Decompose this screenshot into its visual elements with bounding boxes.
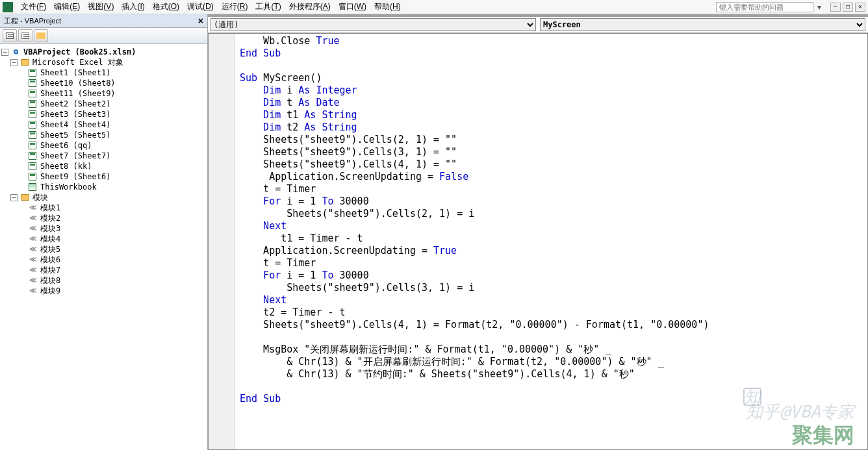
menubar: 文件(F)编辑(E)视图(V)插入(I)格式(O)调试(D)运行(R)工具(T)… <box>0 0 868 14</box>
menu-r[interactable]: 运行(R) <box>218 0 252 14</box>
module-icon: ≪ <box>27 255 38 264</box>
menu-w[interactable]: 窗口(W) <box>335 0 370 14</box>
help-dropdown-icon[interactable]: ▾ <box>817 3 821 12</box>
module-icon: ≪ <box>27 286 38 295</box>
tree-item[interactable]: Sheet2 (Sheet2) <box>39 99 112 109</box>
worksheet-icon <box>27 79 38 88</box>
project-toolbar <box>0 28 207 44</box>
watermark-site: 聚集网 <box>792 429 854 442</box>
menu-e[interactable]: 编辑(E) <box>50 0 84 14</box>
tree-item[interactable]: Sheet3 (Sheet3) <box>39 109 112 119</box>
vbaproject-icon: ⧉ <box>10 47 21 56</box>
tree-item[interactable]: 模块4 <box>39 234 62 244</box>
tree-item[interactable]: 模块2 <box>39 213 62 223</box>
toggle-folders-button[interactable] <box>34 29 48 42</box>
tree-item[interactable]: 模块1 <box>39 203 62 213</box>
module-icon: ≪ <box>27 224 38 233</box>
help-search-input[interactable] <box>716 2 813 12</box>
tree-item[interactable]: 模块9 <box>39 286 62 296</box>
expand-toggle[interactable]: − <box>10 194 18 201</box>
tree-item[interactable]: ThisWorkbook <box>39 182 98 192</box>
tree-item[interactable]: 模块7 <box>39 265 62 275</box>
menu-d[interactable]: 调试(D) <box>183 0 218 14</box>
code-editor[interactable]: Wb.Close True End Sub Sub MyScreen() Dim… <box>235 34 867 449</box>
worksheet-icon <box>27 68 38 77</box>
module-icon: ≪ <box>27 203 38 212</box>
tree-item[interactable]: Sheet11 (Sheet9) <box>39 88 117 99</box>
tree-item[interactable]: Sheet10 (Sheet8) <box>39 78 117 88</box>
tree-item[interactable]: Sheet5 (Sheet5) <box>39 130 112 140</box>
tree-item[interactable]: 模块8 <box>39 275 62 286</box>
tree-item[interactable]: Sheet6 (qq) <box>39 140 93 151</box>
excel-objects-folder[interactable]: Microsoft Excel 对象 <box>31 57 125 68</box>
project-panel-title: 工程 - VBAProject <box>4 16 61 26</box>
modules-folder[interactable]: 模块 <box>31 192 49 203</box>
menu-f[interactable]: 文件(F) <box>17 0 50 14</box>
module-icon: ≪ <box>27 245 38 254</box>
excel-icon <box>3 2 13 12</box>
workbook-icon <box>27 182 38 192</box>
folder-icon <box>19 58 30 67</box>
module-icon: ≪ <box>27 214 38 223</box>
project-explorer: 工程 - VBAProject × − ⧉ VBAProject (Book25… <box>0 14 208 450</box>
tree-item[interactable]: 模块5 <box>39 244 62 255</box>
worksheet-icon <box>27 110 38 119</box>
menu-h[interactable]: 帮助(H) <box>370 0 405 14</box>
restore-button[interactable]: □ <box>843 3 853 12</box>
worksheet-icon <box>27 141 38 150</box>
folder-icon <box>19 193 30 202</box>
menu-o[interactable]: 格式(O) <box>149 0 183 14</box>
tree-item[interactable]: Sheet7 (Sheet7) <box>39 151 112 161</box>
worksheet-icon <box>27 151 38 160</box>
worksheet-icon <box>27 162 38 171</box>
view-object-button[interactable] <box>18 29 32 42</box>
tree-item[interactable]: 模块6 <box>39 255 62 265</box>
worksheet-icon <box>27 172 38 181</box>
tree-item[interactable]: Sheet1 (Sheet1) <box>39 68 112 78</box>
code-margin <box>209 34 235 449</box>
module-icon: ≪ <box>27 234 38 244</box>
worksheet-icon <box>27 120 38 129</box>
expand-toggle[interactable]: − <box>10 59 18 66</box>
minimize-button[interactable]: − <box>830 3 841 12</box>
project-tree[interactable]: − ⧉ VBAProject (Book25.xlsm) − Microsoft… <box>0 44 207 450</box>
code-panel: (通用) MyScreen Wb.Close True End Sub Sub … <box>208 14 868 450</box>
expand-toggle[interactable]: − <box>1 49 8 56</box>
module-icon: ≪ <box>27 266 38 275</box>
module-icon: ≪ <box>27 276 38 285</box>
tree-item[interactable]: Sheet9 (Sheet6) <box>39 171 112 182</box>
worksheet-icon <box>27 99 38 108</box>
panel-close-button[interactable]: × <box>198 16 203 26</box>
close-button[interactable]: × <box>855 3 865 12</box>
watermark-text: 知知乎@VBA专家 <box>743 388 854 418</box>
object-dropdown[interactable]: (通用) <box>211 18 536 31</box>
menu-v[interactable]: 视图(V) <box>84 0 118 14</box>
view-code-button[interactable] <box>3 29 17 42</box>
tree-item[interactable]: Sheet4 (Sheet4) <box>39 119 112 130</box>
tree-item[interactable]: Sheet8 (kk) <box>39 161 93 171</box>
worksheet-icon <box>27 89 38 98</box>
worksheet-icon <box>27 131 38 140</box>
tree-item[interactable]: 模块3 <box>39 223 62 234</box>
menu-a[interactable]: 外接程序(A) <box>285 0 335 14</box>
project-root[interactable]: VBAProject (Book25.xlsm) <box>22 47 137 57</box>
procedure-dropdown[interactable]: MyScreen <box>540 18 865 31</box>
menu-t[interactable]: 工具(T) <box>251 0 285 14</box>
menu-i[interactable]: 插入(I) <box>118 0 148 14</box>
